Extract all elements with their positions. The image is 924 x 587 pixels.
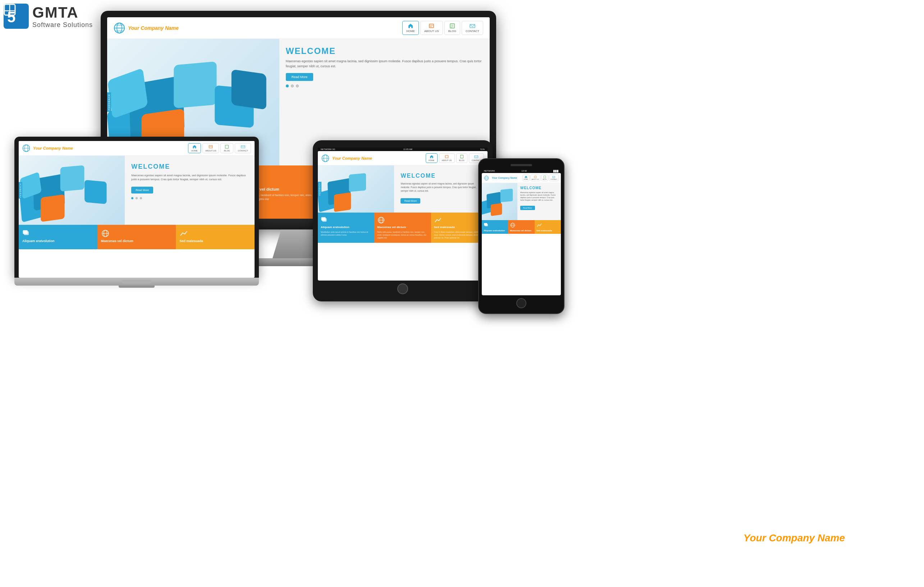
tablet-feedback-tab[interactable]: FEEDBACK (318, 182, 322, 197)
laptop-bezel: Your Company Name HOME (14, 137, 259, 278)
tablet-feature-globe-icon (377, 216, 385, 224)
laptop-nav-blog[interactable]: BLOG (220, 143, 233, 153)
phone-body: NETWORK 12:32 ▉▉▉ Your Company Name (478, 158, 564, 314)
svg-rect-57 (349, 173, 366, 192)
laptop-feature-globe-icon (101, 229, 110, 238)
tablet-hero: FEEDBACK WELCOME Maecenas egestas sapien… (318, 165, 488, 213)
monitor-nav-contact[interactable]: CONTACT (462, 21, 483, 35)
footer-company-name-text: Company Name (769, 532, 845, 544)
monitor-nav-contact-label: CONTACT (465, 30, 479, 33)
tablet-feature-2: Maecenas vel dictum Nulla odio purus, he… (374, 213, 431, 243)
phone-feature-2-title: Maecenas vel dictum (510, 230, 533, 231)
tablet-read-more-button[interactable]: Read More (401, 198, 420, 203)
laptop-read-more-button[interactable]: Read More (131, 187, 153, 193)
monitor-read-more-button[interactable]: Read More (286, 73, 314, 81)
tablet-globe-icon (322, 154, 329, 162)
svg-rect-58 (334, 192, 351, 212)
phone-speaker (510, 164, 532, 166)
tablet: NETWORK 3G 11:05 AM 51% Your Company Nam… (313, 140, 493, 301)
phone-read-more-button[interactable]: Read More (520, 206, 535, 210)
svg-rect-45 (24, 231, 29, 235)
phone-nav-contact[interactable]: CONTACT (549, 174, 559, 181)
tablet-feature-3-text: Cras in libero imperdiet, ullamcorper te… (434, 231, 485, 239)
phone-home-button[interactable] (516, 298, 526, 308)
carousel-dot-3[interactable] (296, 84, 299, 88)
laptop-site-logo: Your Company Name (22, 144, 73, 152)
svg-point-10 (114, 23, 124, 33)
tablet-blog-icon (460, 155, 464, 159)
tablet-status-bar: NETWORK 3G 11:05 AM 51% (318, 147, 488, 151)
phone-nav: HOME ABOUT US BLOG (522, 174, 559, 181)
laptop-feature-3: Sed malesuada (176, 225, 254, 249)
tablet-features: Aliquam eratvolution Vestibulum ante ips… (318, 213, 488, 243)
svg-rect-41 (84, 180, 106, 204)
laptop-contact-icon (241, 145, 245, 149)
tablet-contact-icon (474, 155, 478, 159)
phone-site-header: Your Company Name HOME (482, 173, 561, 183)
monitor-hero-desc: Maecenas egestas sapien sit amet magna l… (286, 59, 483, 69)
tablet-feature-chat-icon (321, 216, 328, 224)
monitor-nav-blog[interactable]: BLOG (444, 21, 460, 35)
feedback-tab[interactable]: FEEDBACK (107, 93, 111, 112)
laptop-nav-home[interactable]: HOME (188, 143, 201, 153)
tablet-feature-2-text: Nulla odio purus, hendrerit ut facilisis… (377, 231, 428, 239)
tablet-feature-1-text: Vestibulum ante ipsum primis in faucibus… (321, 231, 371, 236)
phone-home-icon (525, 175, 528, 179)
tablet-nav-about[interactable]: ABOUT US (439, 153, 455, 163)
tablet-battery: 51% (480, 148, 485, 150)
gmta-title: GMTA (32, 4, 93, 21)
tablet-site-logo: Your Company Name (322, 154, 372, 162)
tablet-feature-chart-icon (434, 216, 442, 224)
svg-rect-60 (322, 218, 327, 222)
phone-hero-desc: Maecenas egestas sapien sit amet magna l… (520, 191, 558, 202)
laptop-dot-3[interactable] (140, 197, 142, 199)
carousel-dot-2[interactable] (291, 84, 294, 88)
phone-nav-about[interactable]: ABOUT US (530, 174, 540, 181)
svg-rect-73 (491, 203, 502, 216)
laptop-tiles (19, 156, 125, 225)
phone-nav-blog[interactable]: BLOG (541, 174, 548, 181)
laptop-touchpad[interactable] (122, 280, 151, 283)
tablet-nav-home[interactable]: HOME (426, 153, 437, 163)
laptop-nav-about[interactable]: ABOUT US (203, 143, 219, 153)
laptop-site-header: Your Company Name HOME (19, 141, 254, 156)
laptop-about-icon (208, 145, 213, 149)
svg-rect-34 (209, 146, 213, 148)
blog-icon (449, 23, 455, 29)
phone-hero: WELCOME Maecenas egestas sapien sit amet… (482, 183, 561, 220)
phone-nav-home[interactable]: HOME (522, 174, 530, 181)
laptop-dot-1[interactable] (131, 197, 134, 199)
monitor-nav-about-label: ABOUT US (424, 30, 439, 33)
phone-globe-icon (484, 175, 489, 180)
monitor-nav: HOME ABOUT US (402, 21, 483, 35)
monitor-carousel-dots (286, 84, 483, 88)
laptop-nav-contact[interactable]: CONTACT (235, 143, 251, 153)
laptop-feedback-tab[interactable]: FEEDBACK (19, 182, 22, 198)
footer-company-name: Your Company Name (744, 532, 845, 544)
phone-feature-1-title: Aliquam eratvolution (483, 230, 506, 231)
laptop-base (14, 278, 259, 286)
phone-contact-icon (552, 175, 555, 179)
phone-feature-2: Maecenas vel dictum (508, 220, 534, 234)
tablet-feature-1: Aliquam eratvolution Vestibulum ante ips… (318, 213, 374, 243)
svg-rect-40 (60, 165, 84, 191)
phone-site-logo: Your Company Name (484, 175, 517, 180)
svg-rect-53 (460, 155, 463, 158)
phone-status-bar: NETWORK 12:32 ▉▉▉ (482, 169, 561, 173)
tablet-feature-1-title: Aliquam eratvolution (321, 225, 371, 229)
gmta-subtitle: Software Solutions (32, 21, 93, 29)
laptop-dot-2[interactable] (135, 197, 138, 199)
tablet-nav-blog[interactable]: BLOG (456, 153, 467, 163)
laptop-home-icon (192, 145, 197, 149)
tablet-hero-title: WELCOME (401, 173, 481, 179)
monitor-logo-text: Your Company Name (128, 25, 179, 31)
globe-icon (114, 22, 125, 34)
monitor-nav-about[interactable]: ABOUT US (420, 21, 443, 35)
phone-feature-globe-icon (510, 222, 516, 228)
tablet-home-button[interactable] (397, 283, 408, 294)
monitor-nav-home[interactable]: HOME (402, 21, 419, 35)
carousel-dot-1[interactable] (286, 84, 289, 88)
laptop-hero-desc: Maecenas egestas sapien sit amet magna l… (131, 174, 248, 182)
laptop: Your Company Name HOME (14, 137, 259, 286)
phone-feature-chart-icon (536, 222, 542, 228)
